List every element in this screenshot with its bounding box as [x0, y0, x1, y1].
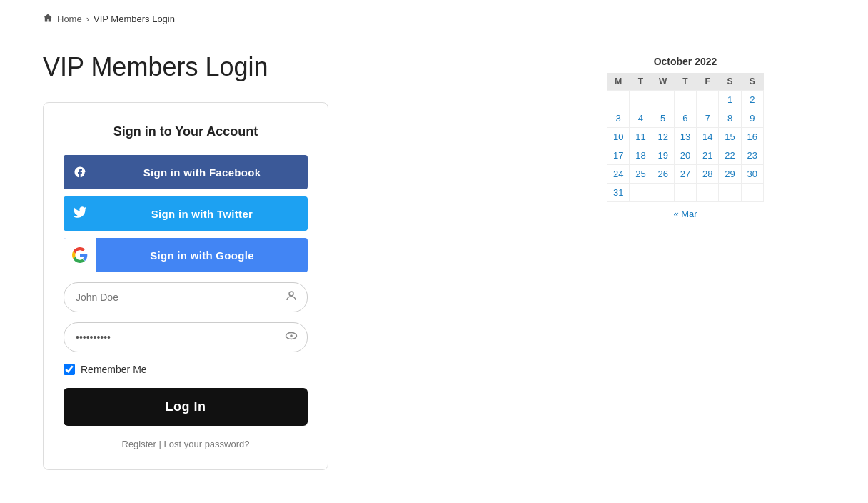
calendar-title: October 2022 [607, 56, 764, 67]
breadcrumb-home-link[interactable]: Home [57, 14, 82, 24]
calendar-day[interactable]: 11 [630, 128, 652, 146]
calendar-day[interactable]: 15 [719, 128, 741, 146]
calendar-day[interactable]: 13 [674, 128, 696, 146]
calendar-day[interactable]: 25 [630, 165, 652, 184]
remember-me-group: Remember Me [64, 364, 308, 375]
calendar-day-header: W [652, 73, 674, 91]
card-title: Sign in to Your Account [64, 124, 308, 139]
calendar: October 2022 MTWTFSS 1234567891011121314… [607, 56, 764, 219]
breadcrumb-separator: › [86, 14, 89, 24]
google-signin-button[interactable]: Sign in with Google [64, 238, 308, 272]
calendar-day[interactable]: 5 [652, 109, 674, 128]
svg-point-0 [289, 292, 293, 296]
calendar-day[interactable]: 23 [741, 146, 763, 165]
calendar-day [630, 184, 652, 202]
calendar-day-header: F [697, 73, 719, 91]
calendar-day-header: S [719, 73, 741, 91]
calendar-day[interactable]: 3 [607, 109, 630, 128]
remember-me-label[interactable]: Remember Me [81, 364, 147, 375]
user-icon [285, 289, 298, 305]
calendar-day [741, 184, 763, 202]
calendar-day [697, 184, 719, 202]
calendar-day [630, 91, 652, 109]
calendar-prev-link[interactable]: « Mar [673, 209, 697, 219]
calendar-nav: « Mar [607, 208, 764, 219]
facebook-signin-button[interactable]: Sign in with Facebook [64, 155, 308, 189]
calendar-day [674, 184, 696, 202]
calendar-day[interactable]: 16 [741, 128, 763, 146]
calendar-day[interactable]: 14 [697, 128, 719, 146]
calendar-day [697, 91, 719, 109]
calendar-day[interactable]: 22 [719, 146, 741, 165]
calendar-day[interactable]: 7 [697, 109, 719, 128]
password-toggle-icon[interactable] [285, 329, 298, 345]
calendar-table: MTWTFSS 12345678910111213141516171819202… [607, 73, 764, 202]
twitter-signin-button[interactable]: Sign in with Twitter [64, 196, 308, 231]
calendar-day [607, 91, 630, 109]
login-card: Sign in to Your Account Sign in with Fac… [43, 102, 328, 470]
username-group [64, 282, 308, 312]
facebook-signin-label: Sign in with Facebook [96, 166, 308, 179]
sidebar: October 2022 MTWTFSS 1234567891011121314… [607, 52, 764, 470]
calendar-day [719, 184, 741, 202]
calendar-day[interactable]: 17 [607, 146, 630, 165]
calendar-day-header: T [674, 73, 696, 91]
calendar-day[interactable]: 19 [652, 146, 674, 165]
page-title: VIP Members Login [43, 52, 578, 82]
footer-separator: | [159, 439, 164, 449]
calendar-day-header: M [607, 73, 630, 91]
password-group [64, 322, 308, 352]
lost-password-link[interactable]: Lost your password? [164, 439, 250, 449]
calendar-day[interactable]: 26 [652, 165, 674, 184]
svg-point-2 [290, 334, 293, 337]
calendar-day[interactable]: 20 [674, 146, 696, 165]
google-signin-label: Sign in with Google [96, 249, 308, 262]
calendar-day[interactable]: 10 [607, 128, 630, 146]
login-button[interactable]: Log In [64, 388, 308, 426]
facebook-icon [64, 155, 96, 189]
calendar-day[interactable]: 9 [741, 109, 763, 128]
breadcrumb-current: VIP Members Login [94, 14, 175, 24]
username-input[interactable] [64, 282, 308, 312]
calendar-day [674, 91, 696, 109]
calendar-day[interactable]: 21 [697, 146, 719, 165]
calendar-day[interactable]: 29 [719, 165, 741, 184]
calendar-day[interactable]: 18 [630, 146, 652, 165]
home-icon [43, 13, 53, 25]
calendar-day[interactable]: 1 [719, 91, 741, 109]
calendar-day [652, 91, 674, 109]
calendar-day[interactable]: 27 [674, 165, 696, 184]
twitter-icon [64, 196, 96, 231]
calendar-day-header: S [741, 73, 763, 91]
calendar-day[interactable]: 30 [741, 165, 763, 184]
calendar-day[interactable]: 4 [630, 109, 652, 128]
calendar-day[interactable]: 6 [674, 109, 696, 128]
twitter-signin-label: Sign in with Twitter [96, 208, 308, 220]
card-footer: Register | Lost your password? [64, 439, 308, 449]
calendar-day[interactable]: 28 [697, 165, 719, 184]
calendar-day[interactable]: 12 [652, 128, 674, 146]
main-content: VIP Members Login Sign in to Your Accoun… [43, 52, 578, 470]
calendar-day [652, 184, 674, 202]
register-link[interactable]: Register [122, 439, 156, 449]
calendar-day[interactable]: 8 [719, 109, 741, 128]
calendar-day-header: T [630, 73, 652, 91]
password-input[interactable] [64, 322, 308, 352]
calendar-day[interactable]: 31 [607, 184, 630, 202]
google-icon [64, 238, 96, 272]
calendar-day[interactable]: 2 [741, 91, 763, 109]
remember-me-checkbox[interactable] [64, 364, 75, 375]
calendar-day[interactable]: 24 [607, 165, 630, 184]
breadcrumb: Home › VIP Members Login [0, 0, 868, 38]
